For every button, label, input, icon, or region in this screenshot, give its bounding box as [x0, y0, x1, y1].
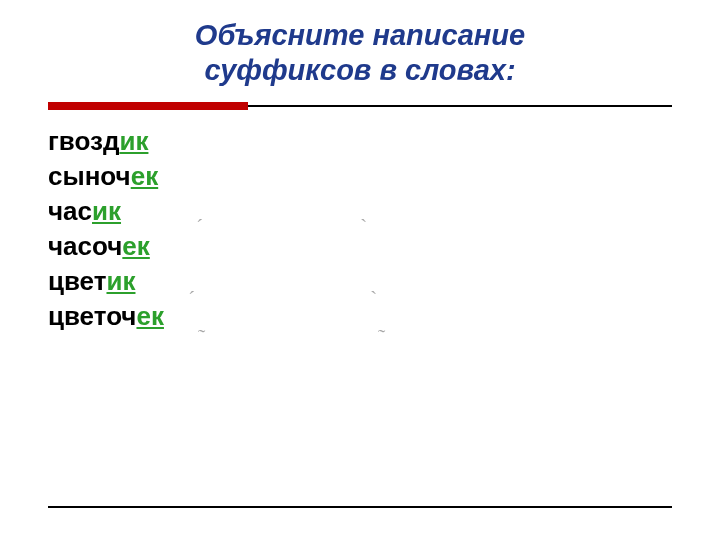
accent-mark: ´	[196, 216, 203, 238]
accent-mark: ˜	[378, 326, 385, 348]
accent-mark: `	[360, 216, 367, 238]
word-root: час	[48, 196, 92, 226]
word-suffix: ик	[92, 196, 121, 226]
word-root: часоч	[48, 231, 122, 261]
word-item: гвоздик	[48, 124, 672, 159]
accent-mark: `	[370, 288, 377, 310]
rule-red-accent	[48, 102, 248, 110]
slide-title: Объясните написание суффиксов в словах:	[48, 18, 672, 88]
word-suffix: ик	[106, 266, 135, 296]
title-line-2: суффиксов в словах:	[204, 54, 515, 86]
word-root: цветоч	[48, 301, 136, 331]
accent-mark: ´	[188, 288, 195, 310]
bottom-rule	[48, 506, 672, 508]
word-item: цветочек	[48, 299, 672, 334]
title-rule	[48, 102, 672, 110]
slide: Объясните написание суффиксов в словах: …	[0, 0, 720, 540]
title-line-1: Объясните написание	[195, 19, 525, 51]
word-suffix: ек	[122, 231, 149, 261]
word-item: сыночек	[48, 159, 672, 194]
word-suffix: ек	[136, 301, 163, 331]
word-item: цветик	[48, 264, 672, 299]
word-suffix: ик	[119, 126, 148, 156]
word-suffix: ек	[131, 161, 158, 191]
word-root: гвозд	[48, 126, 119, 156]
word-root: цвет	[48, 266, 106, 296]
accent-mark: ˜	[198, 326, 205, 348]
word-root: сыноч	[48, 161, 131, 191]
